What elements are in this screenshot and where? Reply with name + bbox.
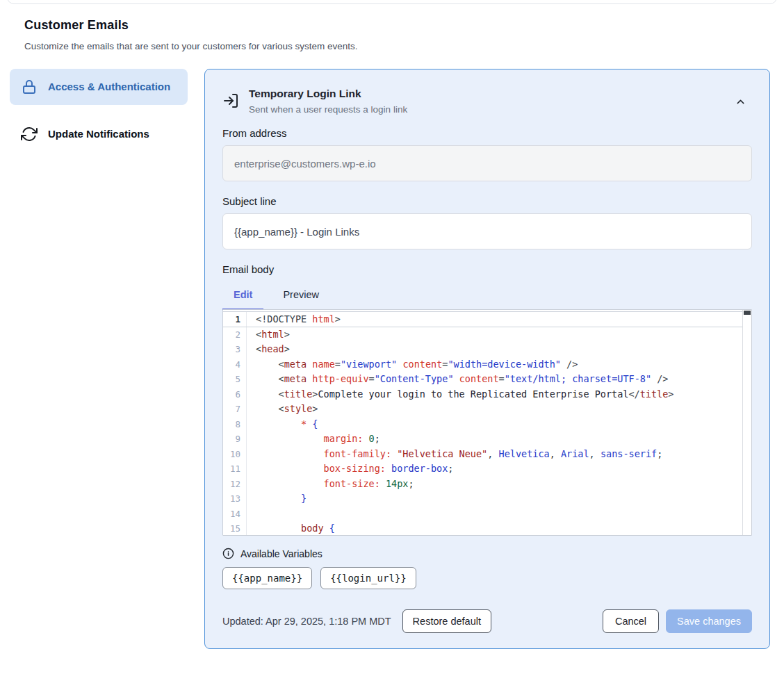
save-changes-button[interactable]: Save changes bbox=[666, 609, 752, 633]
code-line-content: margin: 0; bbox=[247, 432, 380, 447]
restore-default-button[interactable]: Restore default bbox=[402, 609, 491, 633]
tab-edit[interactable]: Edit bbox=[222, 281, 263, 309]
code-line-11[interactable]: 11box-sizing: border-box; bbox=[223, 461, 742, 477]
code-line-4[interactable]: 4<meta name="viewport" content="width=de… bbox=[223, 357, 742, 372]
code-line-14[interactable]: 14 bbox=[223, 507, 742, 522]
line-number: 1 bbox=[223, 312, 247, 327]
code-line-8[interactable]: 8* { bbox=[223, 417, 742, 432]
variable-chip-app_name[interactable]: {{app_name}} bbox=[222, 567, 312, 589]
line-number: 3 bbox=[223, 342, 247, 357]
sidebar-item-label: Update Notifications bbox=[48, 126, 149, 142]
sidebar-item-access-authentication[interactable]: Access & Authentication bbox=[10, 69, 188, 105]
line-number: 9 bbox=[223, 432, 247, 447]
panel-title: Temporary Login Link bbox=[249, 88, 407, 100]
code-line-content: box-sizing: border-box; bbox=[247, 461, 453, 477]
tab-preview[interactable]: Preview bbox=[272, 281, 330, 309]
code-line-5[interactable]: 5<meta http-equiv="Content-Type" content… bbox=[223, 372, 742, 387]
code-line-1[interactable]: 1<!DOCTYPE html> bbox=[223, 311, 742, 327]
line-number: 14 bbox=[223, 507, 247, 522]
subject-line-input[interactable] bbox=[222, 213, 752, 249]
page-subtitle: Customize the emails that are sent to yo… bbox=[24, 41, 760, 51]
email-types-sidebar: Access & AuthenticationUpdate Notificati… bbox=[10, 69, 188, 152]
code-line-content: <!DOCTYPE html> bbox=[247, 312, 341, 327]
code-line-content: <title>Complete your login to the Replic… bbox=[247, 387, 674, 402]
email-body-label: Email body bbox=[222, 263, 752, 275]
line-number: 2 bbox=[223, 327, 247, 343]
sidebar-item-update-notifications[interactable]: Update Notifications bbox=[10, 116, 188, 152]
line-number: 10 bbox=[223, 447, 247, 462]
email-body-code-editor[interactable]: 1<!DOCTYPE html>2<html>3<head>4<meta nam… bbox=[222, 309, 752, 536]
chevron-up-icon bbox=[735, 96, 746, 108]
updated-timestamp: Updated: Apr 29, 2025, 1:18 PM MDT bbox=[222, 616, 391, 627]
code-line-6[interactable]: 6<title>Complete your login to the Repli… bbox=[223, 387, 742, 402]
code-line-content: <head> bbox=[247, 342, 290, 357]
line-number: 15 bbox=[223, 521, 247, 536]
from-address-label: From address bbox=[222, 127, 752, 139]
info-icon bbox=[222, 548, 234, 559]
lock-icon bbox=[21, 79, 38, 95]
from-address-input[interactable] bbox=[222, 145, 752, 181]
subject-line-label: Subject line bbox=[222, 195, 752, 207]
line-number: 6 bbox=[223, 387, 247, 402]
code-line-7[interactable]: 7<style> bbox=[223, 402, 742, 417]
editor-tabs: Edit Preview bbox=[222, 281, 752, 309]
line-number: 12 bbox=[223, 477, 247, 492]
previous-card-bottom-edge bbox=[7, 0, 777, 4]
editor-scrollbar[interactable] bbox=[742, 310, 751, 535]
line-number: 7 bbox=[223, 402, 247, 417]
line-number: 11 bbox=[223, 461, 247, 477]
cancel-button[interactable]: Cancel bbox=[603, 609, 659, 633]
code-line-2[interactable]: 2<html> bbox=[223, 327, 742, 343]
code-line-13[interactable]: 13} bbox=[223, 491, 742, 507]
code-line-content bbox=[247, 507, 256, 522]
code-line-content: <meta http-equiv="Content-Type" content=… bbox=[247, 372, 668, 387]
code-line-content: <html> bbox=[247, 327, 290, 343]
code-line-content: } bbox=[247, 491, 307, 507]
log-in-icon bbox=[222, 92, 239, 109]
code-line-3[interactable]: 3<head> bbox=[223, 342, 742, 357]
code-line-content: <meta name="viewport" content="width=dev… bbox=[247, 357, 578, 372]
code-line-content: font-family: "Helvetica Neue", Helvetica… bbox=[247, 447, 662, 462]
available-variables-label: Available Variables bbox=[240, 548, 322, 559]
page-header: Customer Emails Customize the emails tha… bbox=[24, 18, 760, 51]
panel-subtitle: Sent when a user requests a login link bbox=[249, 104, 407, 115]
code-line-9[interactable]: 9margin: 0; bbox=[223, 432, 742, 447]
line-number: 5 bbox=[223, 372, 247, 387]
variable-chip-login_url[interactable]: {{login_url}} bbox=[320, 567, 416, 589]
temporary-login-link-panel: Temporary Login Link Sent when a user re… bbox=[204, 69, 770, 649]
line-number: 8 bbox=[223, 417, 247, 432]
code-line-12[interactable]: 12font-size: 14px; bbox=[223, 477, 742, 492]
code-line-content: font-size: 14px; bbox=[247, 477, 414, 492]
code-line-content: * { bbox=[247, 417, 318, 432]
code-line-content: <style> bbox=[247, 402, 318, 417]
collapse-section-button[interactable] bbox=[733, 95, 748, 109]
page-title: Customer Emails bbox=[24, 18, 760, 33]
line-number: 4 bbox=[223, 357, 247, 372]
code-line-content: body { bbox=[247, 521, 335, 536]
code-line-10[interactable]: 10font-family: "Helvetica Neue", Helveti… bbox=[223, 447, 742, 462]
sidebar-item-label: Access & Authentication bbox=[48, 79, 170, 95]
variable-chips: {{app_name}}{{login_url}} bbox=[222, 567, 752, 589]
editor-scrollbar-thumb[interactable] bbox=[744, 311, 751, 315]
code-line-15[interactable]: 15body { bbox=[223, 521, 742, 536]
refresh-icon bbox=[21, 126, 38, 142]
line-number: 13 bbox=[223, 491, 247, 507]
